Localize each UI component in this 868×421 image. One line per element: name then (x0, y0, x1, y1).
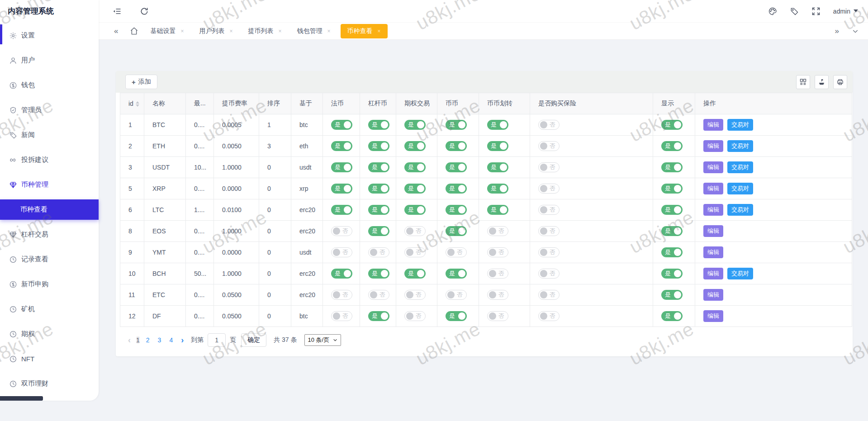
transfer-toggle[interactable]: 否 (487, 226, 508, 236)
fiat-toggle[interactable]: 否 (331, 290, 352, 300)
close-tab-icon[interactable]: × (180, 28, 184, 34)
tag-icon[interactable] (790, 7, 799, 16)
coin-toggle[interactable]: 是 (446, 226, 467, 236)
tab-0[interactable]: 基础设置× (145, 24, 189, 38)
page-number-2[interactable]: 2 (146, 336, 150, 344)
coin-toggle[interactable]: 是 (446, 184, 467, 194)
transfer-toggle[interactable]: 是 (487, 184, 508, 194)
coin-toggle[interactable]: 是 (446, 205, 467, 215)
sidebar-item-12[interactable]: 期权 (0, 322, 99, 346)
transfer-toggle[interactable]: 否 (487, 269, 508, 279)
insurance-toggle[interactable]: 否 (538, 120, 560, 130)
coin-toggle[interactable]: 否 (446, 247, 467, 257)
page-number-1[interactable]: 1 (136, 336, 140, 344)
sidebar-item-4[interactable]: 新闻 (0, 123, 99, 147)
coin-toggle[interactable]: 否 (446, 290, 467, 300)
pairs-button[interactable]: 交易对 (727, 119, 753, 131)
option-toggle[interactable]: 是 (404, 269, 426, 279)
lever-toggle[interactable]: 否 (368, 290, 389, 300)
pairs-button[interactable]: 交易对 (727, 204, 753, 216)
close-tab-icon[interactable]: × (279, 28, 282, 34)
sidebar-item-2[interactable]: 钱包 (0, 73, 99, 98)
lever-toggle[interactable]: 是 (368, 120, 389, 130)
close-tab-icon[interactable]: × (327, 28, 331, 34)
transfer-toggle[interactable]: 是 (487, 162, 508, 172)
edit-button[interactable]: 编辑 (703, 289, 723, 301)
coin-toggle[interactable]: 是 (446, 269, 467, 279)
fiat-toggle[interactable]: 是 (331, 162, 352, 172)
sidebar-item-1[interactable]: 用户 (0, 48, 99, 73)
transfer-toggle[interactable]: 否 (487, 311, 508, 321)
sidebar-item-9[interactable]: 记录查看 (0, 247, 99, 272)
lever-toggle[interactable]: 否 (368, 247, 389, 257)
option-toggle[interactable]: 是 (404, 184, 426, 194)
page-number-3[interactable]: 3 (158, 336, 161, 344)
print-button[interactable] (833, 75, 847, 89)
scroll-tabs-left-icon[interactable]: « (114, 27, 117, 36)
tab-1[interactable]: 用户列表× (194, 24, 238, 38)
tab-4[interactable]: 币种查看× (341, 24, 388, 38)
sidebar-item-10[interactable]: 新币申购 (0, 272, 99, 297)
option-toggle[interactable]: 是 (404, 205, 426, 215)
page-number-4[interactable]: 4 (169, 336, 173, 344)
sidebar-item-5[interactable]: 投拆建议 (0, 147, 99, 172)
lever-toggle[interactable]: 是 (368, 141, 389, 151)
close-tab-icon[interactable]: × (229, 28, 232, 34)
insurance-toggle[interactable]: 否 (538, 226, 560, 236)
sidebar-item-14[interactable]: 双币理财 (0, 371, 99, 396)
edit-button[interactable]: 编辑 (703, 140, 723, 152)
coin-toggle[interactable]: 是 (446, 311, 467, 321)
tab-2[interactable]: 提币列表× (243, 24, 287, 38)
option-toggle[interactable]: 是 (404, 141, 426, 151)
sidebar-item-13[interactable]: NFT (0, 346, 99, 371)
collapse-menu-icon[interactable] (113, 7, 122, 16)
coin-toggle[interactable]: 是 (446, 141, 467, 151)
lever-toggle[interactable]: 是 (368, 184, 389, 194)
lever-toggle[interactable]: 是 (368, 205, 389, 215)
sidebar-item-0[interactable]: 设置 (0, 23, 99, 48)
transfer-toggle[interactable]: 是 (487, 205, 508, 215)
sidebar-item-6[interactable]: 币种管理 (0, 172, 99, 197)
edit-button[interactable]: 编辑 (703, 119, 723, 131)
fiat-toggle[interactable]: 是 (331, 205, 352, 215)
prev-page-icon[interactable]: ‹ (128, 336, 131, 345)
edit-button[interactable]: 编辑 (703, 183, 723, 194)
insurance-toggle[interactable]: 否 (538, 290, 560, 300)
pairs-button[interactable]: 交易对 (727, 183, 753, 194)
home-icon[interactable] (130, 27, 138, 35)
lever-toggle[interactable]: 是 (368, 269, 389, 279)
tab-3[interactable]: 钱包管理× (292, 24, 336, 38)
display-toggle[interactable]: 是 (661, 120, 683, 130)
insurance-toggle[interactable]: 否 (538, 269, 560, 279)
tab-options-icon[interactable] (852, 28, 859, 35)
sidebar-item-3[interactable]: 管理员 (0, 98, 99, 123)
palette-icon[interactable] (768, 7, 777, 16)
option-toggle[interactable]: 否 (404, 247, 426, 257)
close-tab-icon[interactable]: × (378, 28, 381, 34)
goto-page-input[interactable] (208, 333, 226, 347)
edit-button[interactable]: 编辑 (703, 225, 723, 237)
export-button[interactable] (815, 75, 829, 89)
fiat-toggle[interactable]: 是 (331, 184, 352, 194)
sidebar-item-7[interactable]: 币种查看 (0, 199, 99, 220)
pairs-button[interactable]: 交易对 (727, 268, 753, 279)
option-toggle[interactable]: 否 (404, 226, 426, 236)
display-toggle[interactable]: 是 (661, 290, 683, 300)
next-page-icon[interactable]: › (181, 336, 184, 345)
option-toggle[interactable]: 是 (404, 162, 426, 172)
edit-button[interactable]: 编辑 (703, 246, 723, 258)
insurance-toggle[interactable]: 否 (538, 162, 560, 172)
insurance-toggle[interactable]: 否 (538, 247, 560, 257)
add-button[interactable]: + 添加 (125, 75, 157, 89)
edit-button[interactable]: 编辑 (703, 161, 723, 173)
lever-toggle[interactable]: 是 (368, 311, 389, 321)
fiat-toggle[interactable]: 是 (331, 141, 352, 151)
insurance-toggle[interactable]: 否 (538, 141, 560, 151)
display-toggle[interactable]: 是 (661, 184, 683, 194)
insurance-toggle[interactable]: 否 (538, 311, 560, 321)
sidebar-item-11[interactable]: 矿机 (0, 297, 99, 322)
transfer-toggle[interactable]: 是 (487, 141, 508, 151)
refresh-icon[interactable] (140, 7, 149, 16)
lever-toggle[interactable]: 是 (368, 162, 389, 172)
fiat-toggle[interactable]: 是 (331, 269, 352, 279)
